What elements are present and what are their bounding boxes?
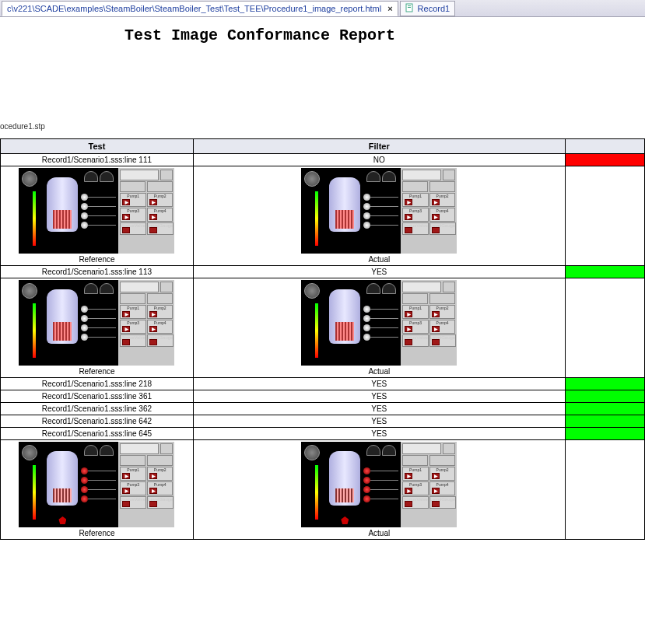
cell-actual-image: Pump1 Pump2 Pump3 Pump4 StatusValve Leve… (193, 278, 565, 378)
table-row: Record1/Scenario1.sss:line 642YES (1, 415, 645, 428)
report-table: Test Filter Record1/Scenario1.sss:line 1… (0, 138, 645, 540)
vessel-icon (329, 451, 360, 506)
screenshot-thumbnail[interactable]: Pump1 Pump2 Pump3 Pump4 StatusValve Leve… (301, 442, 457, 527)
burner-icon (54, 518, 70, 524)
table-row: Record1/Scenario1.sss:line 218YES (1, 378, 645, 390)
caption-reference: Reference (2, 527, 191, 537)
cell-filter: YES (193, 403, 565, 415)
clock-icon (22, 171, 37, 187)
image-row: Pump1 Pump2 Pump3 Pump4 StatusValve Leve… (1, 278, 645, 378)
vessel-icon (47, 177, 78, 232)
tab-record1[interactable]: Record1 (400, 1, 456, 16)
screenshot-thumbnail[interactable]: Pump1 Pump2 Pump3 Pump4 StatusValve Leve… (19, 168, 174, 254)
screenshot-thumbnail[interactable]: Pump1 Pump2 Pump3 Pump4 StatusValve Leve… (301, 280, 457, 366)
tab-label: Record1 (418, 4, 450, 13)
cell-test: Record1/Scenario1.sss:line 362 (1, 403, 194, 415)
vessel-icon (329, 289, 360, 344)
close-icon[interactable]: × (387, 4, 392, 13)
document-icon (405, 3, 415, 14)
image-row: Pump1 Pump2 Pump3 Pump4 StatusValve Leve… (1, 440, 645, 540)
vessel-icon (47, 451, 78, 506)
cell-test: Record1/Scenario1.sss:line 113 (1, 266, 194, 278)
table-row: Record1/Scenario1.sss:line 362YES (1, 403, 645, 415)
screenshot-thumbnail[interactable]: Pump1 Pump2 Pump3 Pump4 StatusValve Leve… (19, 442, 174, 527)
cell-filter: YES (193, 428, 565, 440)
clock-icon (304, 283, 320, 299)
cell-filter: YES (193, 390, 565, 403)
tab-report[interactable]: c\v221\SCADE\examples\SteamBoiler\SteamB… (2, 1, 398, 16)
cell-filter: NO (193, 154, 565, 166)
gauge-icon (315, 303, 318, 358)
clock-icon (304, 171, 320, 187)
column-header-filter: Filter (193, 139, 565, 154)
table-row: Record1/Scenario1.sss:line 113YES (1, 266, 645, 278)
status-badge (565, 154, 644, 166)
cell-filter: YES (193, 378, 565, 390)
status-badge (565, 403, 644, 415)
caption-reference: Reference (2, 366, 191, 376)
table-row: Record1/Scenario1.sss:line 361YES (1, 390, 645, 403)
clock-icon (22, 445, 37, 460)
status-badge (565, 390, 644, 403)
tab-label: c\v221\SCADE\examples\SteamBoiler\SteamB… (7, 4, 381, 13)
screenshot-thumbnail[interactable]: Pump1 Pump2 Pump3 Pump4 StatusValve Leve… (301, 168, 457, 254)
burner-icon (337, 518, 352, 524)
burner-icon (54, 356, 70, 362)
cell-actual-image: Pump1 Pump2 Pump3 Pump4 StatusValve Leve… (193, 440, 565, 540)
vessel-icon (329, 177, 360, 232)
cell-test: Record1/Scenario1.sss:line 111 (1, 154, 194, 166)
burner-icon (337, 244, 352, 250)
status-badge (565, 266, 644, 278)
caption-actual: Actual (195, 527, 563, 537)
status-badge (565, 378, 644, 390)
gauge-icon (315, 465, 318, 520)
cell-test: Record1/Scenario1.sss:line 645 (1, 428, 194, 440)
gauge-icon (33, 191, 36, 246)
svg-rect-2 (408, 7, 411, 8)
cell-reference-image: Pump1 Pump2 Pump3 Pump4 StatusValve Leve… (1, 166, 194, 266)
clock-icon (304, 445, 320, 460)
image-row: Pump1 Pump2 Pump3 Pump4 StatusValve Leve… (1, 166, 645, 266)
table-row: Record1/Scenario1.sss:line 111NO (1, 154, 645, 166)
status-badge (565, 428, 644, 440)
cell-reference-image: Pump1 Pump2 Pump3 Pump4 StatusValve Leve… (1, 440, 194, 540)
vessel-icon (47, 289, 78, 344)
gauge-icon (33, 465, 36, 520)
cell-reference-image: Pump1 Pump2 Pump3 Pump4 StatusValve Leve… (1, 278, 194, 378)
column-header-test: Test (1, 139, 194, 154)
cell-actual-image: Pump1 Pump2 Pump3 Pump4 StatusValve Leve… (193, 166, 565, 266)
burner-icon (337, 356, 352, 362)
cell-filter: YES (193, 266, 565, 278)
cell-test: Record1/Scenario1.sss:line 642 (1, 415, 194, 428)
column-header-status (565, 139, 644, 154)
svg-rect-1 (408, 5, 411, 6)
caption-actual: Actual (195, 366, 563, 376)
burner-icon (54, 244, 70, 250)
status-badge (565, 415, 644, 428)
tab-bar: c\v221\SCADE\examples\SteamBoiler\SteamB… (0, 0, 645, 17)
caption-actual: Actual (195, 254, 563, 264)
table-row: Record1/Scenario1.sss:line 645YES (1, 428, 645, 440)
subpath-text: ocedure1.stp (0, 44, 645, 138)
cell-filter: YES (193, 415, 565, 428)
gauge-icon (33, 303, 36, 358)
clock-icon (22, 283, 37, 299)
gauge-icon (315, 191, 318, 246)
screenshot-thumbnail[interactable]: Pump1 Pump2 Pump3 Pump4 StatusValve Leve… (19, 280, 174, 366)
page-title: Test Image Conformance Report (0, 17, 645, 44)
cell-test: Record1/Scenario1.sss:line 218 (1, 378, 194, 390)
caption-reference: Reference (2, 254, 191, 264)
cell-test: Record1/Scenario1.sss:line 361 (1, 390, 194, 403)
